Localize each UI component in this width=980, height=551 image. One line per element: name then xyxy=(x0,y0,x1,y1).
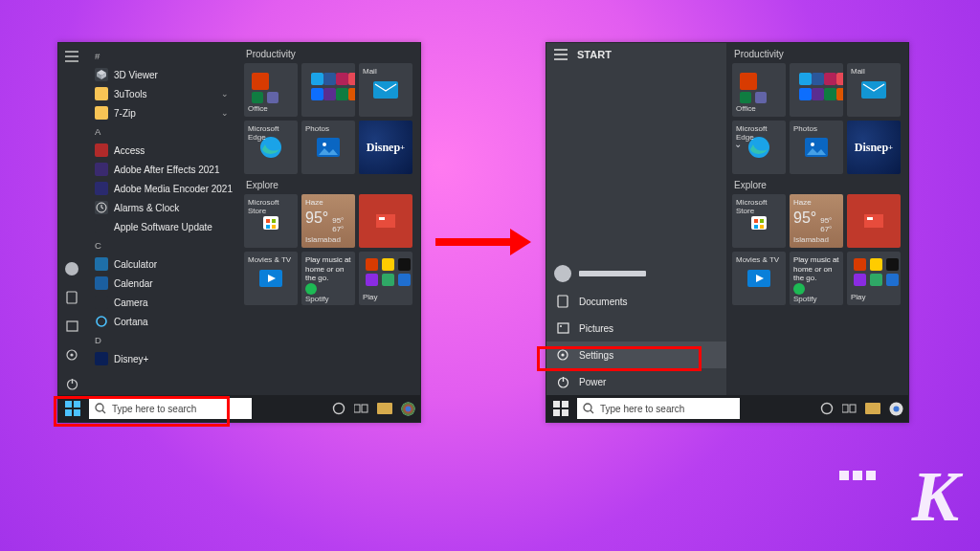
chevron-down-icon[interactable]: ⌄ xyxy=(734,139,742,149)
cortana-icon[interactable] xyxy=(818,400,835,417)
svg-rect-26 xyxy=(74,401,80,408)
app-label: Calculator xyxy=(114,259,157,270)
app-calculator[interactable]: Calculator xyxy=(89,254,234,274)
hamburger-icon[interactable] xyxy=(554,49,569,60)
tile-disney[interactable]: Disnep+ xyxy=(359,121,412,174)
tile-cluster-apps[interactable] xyxy=(790,63,843,117)
tile-red-app[interactable] xyxy=(359,194,412,248)
cortana-icon[interactable] xyxy=(330,400,347,417)
tile-red-app[interactable] xyxy=(847,194,901,248)
tile-islamabad[interactable]: Haze95°95°67°Islamabad xyxy=(790,194,843,248)
app-7-zip[interactable]: 7-Zip⌄ xyxy=(89,103,234,122)
list-header[interactable]: # xyxy=(89,47,234,65)
tile-spotify[interactable]: Play music at home or on the go.Spotify xyxy=(301,252,355,305)
menu-item-power[interactable]: Power xyxy=(546,368,726,395)
tile-office[interactable]: Office xyxy=(244,63,298,117)
search-input[interactable]: Type here to search xyxy=(577,398,740,419)
svg-rect-65 xyxy=(842,405,848,412)
tiles-area-right: ProductivityOfficeMailMicrosoft EdgePhot… xyxy=(726,43,908,397)
search-placeholder: Type here to search xyxy=(112,404,196,414)
tile-play[interactable]: Play xyxy=(847,252,901,305)
folder-icon xyxy=(95,87,108,100)
all-apps-list[interactable]: #3D Viewer3uTools⌄7-Zip⌄AAccessAdobe Aft… xyxy=(85,43,238,397)
user-icon[interactable] xyxy=(64,261,79,276)
start-button[interactable] xyxy=(550,398,571,419)
taskbar: Type here to search xyxy=(58,395,420,422)
chrome-icon[interactable] xyxy=(887,400,904,417)
file-explorer-icon[interactable] xyxy=(864,400,881,417)
svg-rect-58 xyxy=(553,401,560,408)
section-productivity[interactable]: Productivity xyxy=(246,49,412,59)
svg-rect-25 xyxy=(65,401,72,408)
tile-mail[interactable]: Mail xyxy=(359,63,412,117)
tile-label: Office xyxy=(248,104,294,113)
app-disney-[interactable]: Disney+ xyxy=(89,349,234,368)
start-button[interactable] xyxy=(62,398,83,419)
svg-point-3 xyxy=(70,353,73,356)
app-label: Alarms & Clock xyxy=(114,203,179,213)
square-icon xyxy=(95,143,108,157)
tile-label: Play xyxy=(363,293,409,301)
tile-microsoft-store[interactable]: Microsoft Store xyxy=(732,194,786,248)
tile-cluster-apps[interactable] xyxy=(301,63,355,117)
tile-microsoft-edge[interactable]: Microsoft Edge xyxy=(244,121,298,174)
square-icon xyxy=(95,276,108,290)
task-view-icon[interactable] xyxy=(353,400,370,417)
svg-line-30 xyxy=(102,410,105,413)
svg-rect-1 xyxy=(67,321,78,331)
svg-rect-42 xyxy=(754,219,758,223)
hamburger-icon[interactable] xyxy=(64,49,79,64)
svg-rect-46 xyxy=(864,214,883,228)
app-cortana[interactable]: Cortana xyxy=(89,312,234,331)
tile-movies-tv[interactable]: Movies & TV xyxy=(732,252,786,305)
square-icon xyxy=(95,182,108,195)
task-view-icon[interactable] xyxy=(841,400,858,417)
taskbar-right: Type here to search xyxy=(546,395,908,422)
tile-disney[interactable]: Disnep+ xyxy=(847,121,901,174)
app-calendar[interactable]: Calendar xyxy=(89,274,234,293)
menu-item-settings[interactable]: Settings xyxy=(546,342,726,368)
app-access[interactable]: Access xyxy=(89,141,234,160)
tile-label: Microsoft Edge xyxy=(248,124,294,142)
menu-item-pictures[interactable]: Pictures xyxy=(546,315,726,342)
tile-label: Movies & TV xyxy=(248,255,294,264)
app-3d-viewer[interactable]: 3D Viewer xyxy=(89,65,234,84)
tile-spotify[interactable]: Play music at home or on the go.Spotify xyxy=(790,252,843,305)
app-alarms-clock[interactable]: Alarms & Clock xyxy=(89,198,234,217)
app-label: Cortana xyxy=(114,317,148,327)
menu-item-label: Power xyxy=(579,377,606,387)
chrome-icon[interactable] xyxy=(399,400,416,417)
documents-icon[interactable] xyxy=(64,290,79,305)
app-label: Apple Software Update xyxy=(114,222,212,232)
svg-rect-18 xyxy=(266,225,270,229)
tile-islamabad[interactable]: Haze95°95°67°Islamabad xyxy=(301,194,355,248)
file-explorer-icon[interactable] xyxy=(376,400,393,417)
app-apple-software-update[interactable]: Apple Software Update xyxy=(89,217,234,236)
section-explore[interactable]: Explore xyxy=(734,180,901,190)
tile-play[interactable]: Play xyxy=(359,252,412,305)
tile-movies-tv[interactable]: Movies & TV xyxy=(244,252,298,305)
tile-microsoft-store[interactable]: Microsoft Store xyxy=(244,194,298,248)
user-account-row[interactable] xyxy=(546,259,726,288)
power-icon[interactable] xyxy=(64,376,79,391)
section-explore[interactable]: Explore xyxy=(246,180,412,190)
svg-rect-45 xyxy=(760,225,764,229)
list-header[interactable]: D xyxy=(89,331,234,349)
app-adobe-after-effects-2021[interactable]: Adobe After Effects 2021 xyxy=(89,160,234,179)
search-input[interactable]: Type here to search xyxy=(89,398,252,419)
menu-item-documents[interactable]: Documents xyxy=(546,288,726,315)
tile-mail[interactable]: Mail xyxy=(847,63,901,117)
pictures-icon[interactable] xyxy=(64,319,79,334)
settings-icon[interactable] xyxy=(64,347,79,363)
list-header[interactable]: C xyxy=(89,236,234,254)
pic-icon xyxy=(556,321,569,335)
list-header[interactable]: A xyxy=(89,122,234,141)
tile-photos[interactable]: Photos xyxy=(790,121,843,174)
tile-photos[interactable]: Photos xyxy=(301,121,355,174)
app-adobe-media-encoder-2021[interactable]: Adobe Media Encoder 2021 xyxy=(89,179,234,198)
app-camera[interactable]: Camera xyxy=(89,293,234,312)
app-3utools[interactable]: 3uTools⌄ xyxy=(89,84,234,103)
tile-office[interactable]: Office xyxy=(732,63,786,117)
section-productivity[interactable]: Productivity xyxy=(734,49,901,59)
gear-icon xyxy=(556,348,569,362)
